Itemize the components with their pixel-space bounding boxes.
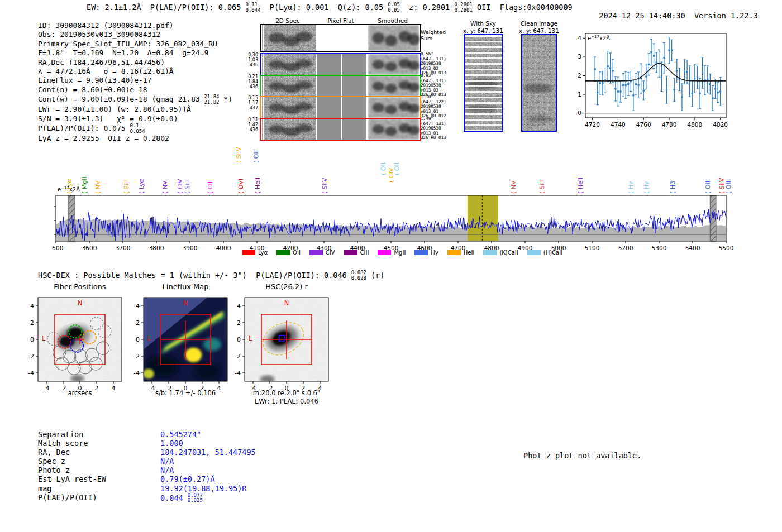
svg-text:4780: 4780 [662, 121, 677, 128]
line-label-HeII: ( HeII [254, 178, 261, 194]
line-label-OII: ( OII [252, 150, 260, 163]
svg-text:E: E [249, 334, 252, 342]
line-label-SiII: ( SiII [123, 180, 130, 194]
svg-text:3800: 3800 [149, 245, 164, 251]
legend-item-(K)CaII: (K)CaII [483, 250, 518, 256]
match-field-value: 184.247031, 51.447495 [160, 448, 256, 457]
match-table-row: P(LAE)/P(OII)0.044 0.0770.025 [38, 493, 256, 504]
withsky-image [464, 34, 503, 132]
sky-stripe-overlay [465, 35, 502, 131]
legend-swatch [483, 250, 497, 255]
fit-plot: 47204740476047804800482001234e−17x2Å [574, 28, 742, 137]
match-table: Separation0.545274"Match score1.000RA, D… [38, 430, 256, 504]
spectrum-plot: 3500360037003800390040004100420043004400… [53, 141, 735, 262]
match-field-value: N/A [160, 466, 174, 475]
legend-item-MgII: MgII [378, 250, 406, 256]
match-field-label: RA, Dec [38, 448, 160, 457]
info-line-2: Primary Spec_Slot_IFU_AMP: 326_082_034_R… [38, 40, 232, 49]
svg-text:3500: 3500 [53, 245, 63, 251]
legend-item-CIV: CIV [309, 250, 335, 256]
svg-text:2: 2 [237, 319, 241, 327]
spectrum-legend: LyαOIICIVCIIIMgIIHγHeII(K)CaII(H)CaII [240, 250, 564, 256]
line-label-OIII: ( OIII [725, 179, 732, 194]
photz-note: Phot z plot not available. [523, 451, 641, 460]
col-header-pixelflat: Pixel Flat [316, 17, 366, 24]
match-table-row: Photo zN/A [38, 466, 256, 475]
stacked-uncertainty: 0.10.054 [130, 123, 145, 134]
stacked-uncertainty: 0.110.044 [245, 2, 260, 13]
col-header-2dspec: 2D Spec [260, 17, 316, 24]
legend-swatch [242, 250, 255, 255]
svg-text:1: 1 [578, 91, 581, 98]
stacked-uncertainty: 0.28010.2801 [454, 2, 473, 13]
svg-text:4000: 4000 [216, 245, 231, 251]
hsc-panel: NE-4-2024420-2-4 [227, 293, 346, 394]
svg-text:4: 4 [237, 303, 241, 310]
svg-text:2: 2 [30, 319, 34, 327]
svg-text:2: 2 [136, 319, 140, 327]
fiber-panel: NE-4-2024420-2-4 [20, 293, 140, 394]
svg-text:3900: 3900 [183, 245, 198, 251]
svg-text:3700: 3700 [116, 245, 131, 251]
line-label-CII: ( CII [207, 181, 214, 194]
line-label-MgII: ( MgII [81, 176, 88, 194]
svg-text:4720: 4720 [585, 121, 600, 128]
line-label-SiII: ( SiII [538, 180, 546, 194]
report-datetime: 2024-12-25 14:40:30 [599, 11, 685, 20]
match-field-value: 0.044 0.0770.025 [160, 493, 203, 504]
svg-text:-2: -2 [235, 353, 241, 360]
svg-text:5300: 5300 [652, 245, 667, 251]
match-field-label: P(LAE)/P(OII) [38, 493, 160, 504]
line-label-NV: ( NV [510, 180, 517, 194]
info-line-10: S/N = 3.9(±1.3) χ² = 0.9(±0.0) [38, 114, 232, 123]
report-timestamp: 2024-12-25 14:40:30 Version 1.22.3 [590, 2, 758, 20]
col-header-smoothed: Smoothed [367, 17, 418, 24]
svg-text:-2: -2 [133, 353, 140, 360]
svg-text:4820: 4820 [713, 121, 728, 128]
svg-text:5400: 5400 [685, 245, 700, 251]
info-line-6: LineFlux = 9.90(±3.40)e-17 [38, 76, 232, 85]
svg-text:0: 0 [578, 109, 581, 116]
legend-item-HeII: HeII [447, 250, 475, 256]
cutout-row-right-labels: 1.10"(647, 122)20190530v013_01326_RU_012 [421, 95, 456, 119]
legend-item-OII: OII [276, 250, 301, 256]
cutout-row [260, 53, 421, 76]
line-label-Lyα: ( Lyα [138, 179, 145, 194]
match-table-row: Match score1.000 [38, 439, 256, 448]
svg-text:E: E [147, 334, 151, 342]
cutout-row-left-labels: 0.151.17437 [246, 95, 258, 111]
svg-text:-4: -4 [28, 370, 34, 377]
info-line-11: P(LAE)/P(OII): 0.075 0.10.054 [38, 123, 232, 134]
svg-text:N: N [78, 299, 83, 307]
match-field-label: Separation [38, 430, 160, 439]
svg-text:5100: 5100 [585, 245, 600, 251]
cutout-row [260, 24, 421, 52]
match-table-row: Est LyA rest-EW0.79(±0.27)Å [38, 475, 256, 483]
line-label-OIII: ( OIII [704, 179, 712, 194]
hsc-panel-title: HSC(26.2) r [227, 282, 346, 291]
svg-text:0: 0 [30, 336, 34, 343]
svg-text:2: 2 [578, 72, 581, 79]
cutout-row-left-labels: 0.111.42436 [246, 117, 258, 132]
cutout-row [260, 96, 421, 119]
legend-item-Hγ: Hγ [414, 250, 438, 256]
match-table-row: Separation0.545274" [38, 430, 256, 439]
line-label-NV: ( NV [161, 180, 169, 194]
svg-text:0: 0 [237, 336, 241, 343]
svg-text:-2: -2 [28, 353, 34, 360]
svg-text:4760: 4760 [636, 121, 651, 128]
legend-swatch [344, 250, 357, 255]
line-label-CIV: ( CIV [177, 179, 184, 194]
match-table-row: mag19.92(19.88,19.95)R [38, 484, 256, 493]
hsc-caption-1: m:20.0 re:2.0" s:0.6" [227, 389, 346, 397]
legend-swatch [309, 250, 323, 255]
svg-text:5500: 5500 [719, 245, 734, 251]
line-label-Hγ: ( Hγ [643, 181, 650, 194]
info-line-7: Cont(n) = 8.60(±0.00)e-18 [38, 85, 232, 94]
clean-image [521, 34, 557, 132]
stacked-uncertainty: 0.0820.028 [351, 270, 366, 281]
report-version: Version 1.22.3 [694, 11, 758, 20]
hsc-caption-2: EWr: 1. PLAE: 0.046 [227, 397, 346, 405]
info-line-8: Cont(w) = 9.00(±0.09)e-18 (gmag 21.83 21… [38, 94, 232, 105]
elixer-report: { "header": { "tokens": [ {"t":"EW: 2.1±… [0, 0, 782, 532]
